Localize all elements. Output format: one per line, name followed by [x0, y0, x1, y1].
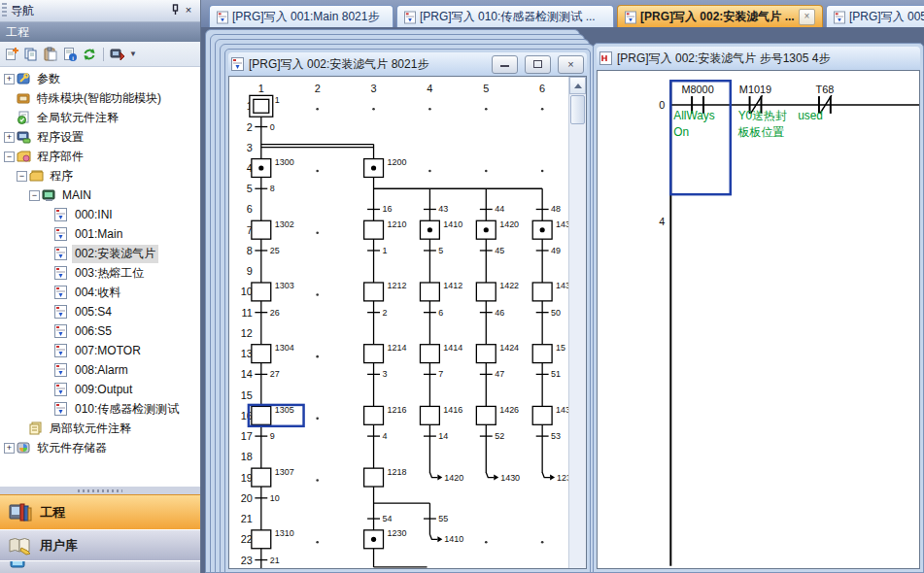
ladder-contact-M8000[interactable]: M8000AllWaysOn — [673, 84, 715, 139]
sfc-step-1230[interactable]: 1230 — [364, 528, 407, 548]
sfc-transition-55[interactable]: 55 — [424, 514, 448, 523]
sfc-step-1432[interactable]: 1432 — [532, 281, 568, 300]
sfc-transition-25[interactable]: 25 — [255, 246, 279, 255]
sfc-step-1300[interactable]: 1300 — [252, 157, 294, 177]
close-button[interactable]: × — [558, 55, 584, 74]
sfc-step-1426[interactable]: 1426 — [476, 405, 519, 424]
sfc-transition-52[interactable]: 52 — [480, 431, 504, 441]
sfc-step-1412[interactable]: 1412 — [420, 281, 462, 300]
ladder-contact-M1019[interactable]: M1019Y0送热封板板位置 — [737, 84, 787, 139]
sfc-transition-3[interactable]: 3 — [367, 369, 387, 379]
sfc-transition-48[interactable]: 48 — [536, 204, 561, 214]
collapse-toggle[interactable]: − — [4, 152, 15, 162]
sfc-transition-1[interactable]: 1 — [367, 246, 387, 255]
copy-icon[interactable] — [23, 47, 39, 62]
tree-item-3[interactable]: +程序设置 — [0, 127, 200, 147]
sfc-step-1416[interactable]: 1416 — [420, 405, 462, 424]
sfc-step-1200[interactable]: 1200 — [364, 157, 407, 177]
sfc-transition-7[interactable]: 7 — [424, 369, 443, 379]
navigation-titlebar[interactable]: 导航 × — [0, 0, 200, 22]
sfc-empty-cell-dot[interactable] — [485, 541, 488, 544]
tree-item-4[interactable]: −程序部件 — [0, 147, 200, 166]
filter-icon[interactable] — [110, 47, 125, 62]
pin-icon[interactable] — [168, 4, 182, 17]
document-tab-2[interactable]: [PRG]写入 002:安装滤气片 ...× — [617, 5, 823, 27]
sfc-empty-cell-dot[interactable] — [316, 231, 319, 234]
sfc-step-1304[interactable]: 1304 — [252, 343, 294, 362]
ladder-window-titlebar[interactable]: [PRG]写入 002:安装滤气片 步号1305 4步 — [597, 47, 920, 70]
sfc-window-titlebar[interactable]: [PRG]写入 002:安装滤气片 8021步 × — [228, 52, 587, 76]
tree-item-11[interactable]: 004:收料 — [0, 283, 200, 302]
sfc-jump-1430[interactable]: 1430 — [486, 473, 520, 483]
sidebar-button-partial[interactable] — [0, 560, 200, 573]
minimize-button[interactable] — [492, 55, 518, 74]
sfc-transition-14[interactable]: 14 — [424, 431, 448, 441]
sfc-transition-16[interactable]: 16 — [367, 204, 392, 214]
collapse-toggle[interactable]: − — [17, 171, 27, 182]
sfc-transition-49[interactable]: 49 — [536, 246, 561, 255]
tree-item-12[interactable]: 005:S4 — [0, 302, 200, 321]
tree-item-16[interactable]: 009:Output — [0, 380, 200, 399]
sfc-empty-cell-dot[interactable] — [316, 355, 319, 358]
sfc-step-1430[interactable]: 1430 — [532, 219, 568, 239]
sfc-step-1305[interactable]: 1305 — [249, 405, 304, 426]
sfc-transition-53[interactable]: 53 — [536, 431, 561, 441]
sfc-step-1216[interactable]: 1216 — [364, 405, 407, 424]
tree-item-8[interactable]: 001:Main — [0, 224, 200, 244]
document-tab-0[interactable]: [PRG]写入 001:Main 8021步 — [209, 5, 394, 27]
new-data-icon[interactable] — [4, 47, 19, 62]
document-tab-1[interactable]: [PRG]写入 010:传感器检测测试 ... — [396, 5, 614, 27]
paste-icon[interactable] — [43, 47, 58, 62]
sfc-transition-10[interactable]: 10 — [255, 493, 279, 503]
sfc-step-1212[interactable]: 1212 — [364, 281, 407, 300]
close-icon[interactable]: × — [182, 4, 195, 17]
sfc-empty-cell-dot[interactable] — [541, 170, 544, 173]
sfc-editor-canvas[interactable]: 1234561234567891011121314151617181920212… — [228, 76, 587, 569]
sfc-step-1414[interactable]: 1414 — [420, 343, 462, 362]
sfc-transition-8[interactable]: 8 — [255, 184, 274, 193]
sfc-empty-cell-dot[interactable] — [316, 418, 319, 421]
sfc-transition-6[interactable]: 6 — [424, 308, 443, 318]
sfc-empty-cell-dot[interactable] — [485, 170, 488, 173]
tree-item-6[interactable]: −MAIN — [0, 185, 200, 205]
sfc-step-1410[interactable]: 1410 — [420, 219, 462, 239]
sfc-step-1436[interactable]: 1436 — [532, 405, 568, 424]
sfc-transition-27[interactable]: 27 — [255, 369, 279, 379]
tree-item-5[interactable]: −程序 — [0, 166, 200, 185]
tree-item-1[interactable]: 特殊模块(智能功能模块) — [0, 88, 200, 108]
sfc-transition-46[interactable]: 46 — [480, 308, 504, 318]
sfc-transition-43[interactable]: 43 — [424, 204, 448, 214]
sfc-jump-1420[interactable]: 1420 — [429, 473, 463, 483]
sfc-step-1303[interactable]: 1303 — [252, 281, 294, 300]
sfc-step-1307[interactable]: 1307 — [252, 467, 294, 487]
tree-item-10[interactable]: 003:热熔工位 — [0, 263, 200, 283]
sfc-step-1218[interactable]: 1218 — [364, 467, 407, 487]
sfc-empty-cell-dot[interactable] — [541, 108, 544, 111]
sfc-transition-50[interactable]: 50 — [536, 308, 561, 318]
sfc-empty-cell-dot[interactable] — [428, 108, 431, 111]
refresh-icon[interactable] — [82, 47, 97, 62]
sfc-transition-54[interactable]: 54 — [367, 514, 392, 523]
sfc-transition-51[interactable]: 51 — [536, 369, 561, 379]
sfc-step-1310[interactable]: 1310 — [252, 528, 294, 548]
sfc-step-1424[interactable]: 1424 — [476, 343, 519, 362]
sfc-transition-26[interactable]: 26 — [255, 308, 279, 318]
sfc-empty-cell-dot[interactable] — [316, 170, 319, 173]
sfc-step-1[interactable]: 1 — [250, 95, 280, 117]
expand-toggle[interactable]: + — [4, 443, 15, 454]
ladder-editor-canvas[interactable]: 04M8000AllWaysOnM1019Y0送热封板板位置T68used — [597, 70, 920, 569]
sidebar-button-工程[interactable]: 工程 — [0, 494, 200, 529]
tab-close-button[interactable]: × — [799, 9, 815, 25]
sfc-transition-47[interactable]: 47 — [480, 369, 504, 379]
sfc-empty-cell-dot[interactable] — [316, 293, 319, 296]
sfc-jump-1230[interactable]: 1230 — [542, 473, 568, 483]
expand-toggle[interactable]: + — [4, 74, 15, 84]
ladder-contact-T68[interactable]: T68used — [798, 84, 834, 122]
document-tab-3[interactable]: [PRG]写入 005 — [826, 5, 924, 27]
tree-item-14[interactable]: 007:MOTOR — [0, 341, 200, 360]
sfc-transition-4[interactable]: 4 — [367, 431, 387, 441]
tree-item-2[interactable]: 全局软元件注释 — [0, 108, 200, 127]
sfc-empty-cell-dot[interactable] — [316, 108, 319, 111]
splitter-handle[interactable] — [0, 487, 200, 494]
sfc-jump-1410[interactable]: 1410 — [429, 534, 463, 544]
